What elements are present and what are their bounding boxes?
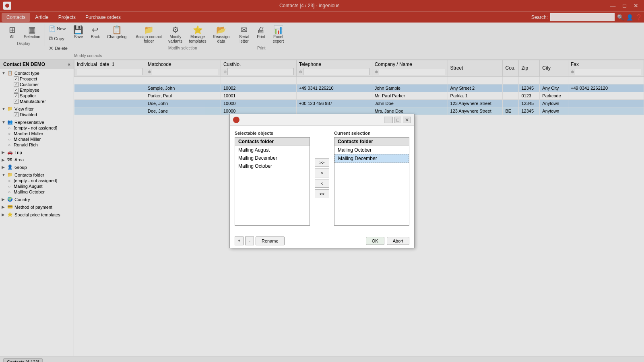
current-selection-column: Current selection Contacts folder Mailin…: [334, 131, 409, 226]
remove-all-button[interactable]: <<: [315, 189, 329, 198]
selectable-mailing-october[interactable]: Mailing October: [235, 162, 310, 170]
modal-ok-button[interactable]: OK: [366, 237, 384, 245]
modal-overlay: — □ ✕ Selectable objects Contacts folder…: [0, 0, 644, 362]
current-selection-listbox[interactable]: Contacts folder Mailing October Mailing …: [334, 137, 409, 226]
modal-footer-left: + - Rename: [235, 237, 285, 245]
remove-one-button[interactable]: <: [315, 179, 329, 188]
modal-dialog: — □ ✕ Selectable objects Contacts folder…: [229, 114, 415, 248]
modal-body: Selectable objects Contacts folder Maili…: [230, 126, 414, 234]
modal-footer-right: OK Abort: [366, 237, 409, 245]
modal-close-button[interactable]: ✕: [403, 117, 411, 123]
current-selection-header: Current selection: [334, 131, 409, 136]
add-one-button[interactable]: >: [315, 169, 329, 177]
modal-arrow-buttons: >> > < <<: [313, 131, 331, 226]
modal-minimize-button[interactable]: —: [384, 117, 393, 123]
selectable-contacts-folder-header[interactable]: Contacts folder: [235, 138, 310, 146]
selectable-objects-column: Selectable objects Contacts folder Maili…: [235, 131, 310, 226]
modal-rename-button[interactable]: Rename: [256, 237, 285, 245]
modal-columns: Selectable objects Contacts folder Maili…: [235, 131, 409, 226]
modal-plus-button[interactable]: +: [235, 237, 244, 245]
add-all-button[interactable]: >>: [315, 158, 329, 167]
current-mailing-december[interactable]: Mailing December: [334, 154, 409, 163]
modal-maximize-button[interactable]: □: [394, 117, 401, 123]
current-contacts-folder-header[interactable]: Contacts folder: [334, 138, 409, 146]
modal-footer: + - Rename OK Abort: [230, 234, 414, 248]
selectable-objects-header: Selectable objects: [235, 131, 310, 136]
modal-logo: [233, 117, 239, 123]
current-mailing-october[interactable]: Mailing October: [334, 146, 409, 154]
selectable-objects-listbox[interactable]: Contacts folder Mailing August Mailing D…: [235, 137, 310, 226]
selectable-mailing-december[interactable]: Mailing December: [235, 154, 310, 162]
modal-abort-button[interactable]: Abort: [387, 237, 409, 245]
modal-title-bar: — □ ✕: [230, 114, 414, 126]
modal-controls: — □ ✕: [384, 117, 411, 123]
selectable-mailing-august[interactable]: Mailing August: [235, 146, 310, 154]
modal-minus-button[interactable]: -: [245, 237, 254, 245]
